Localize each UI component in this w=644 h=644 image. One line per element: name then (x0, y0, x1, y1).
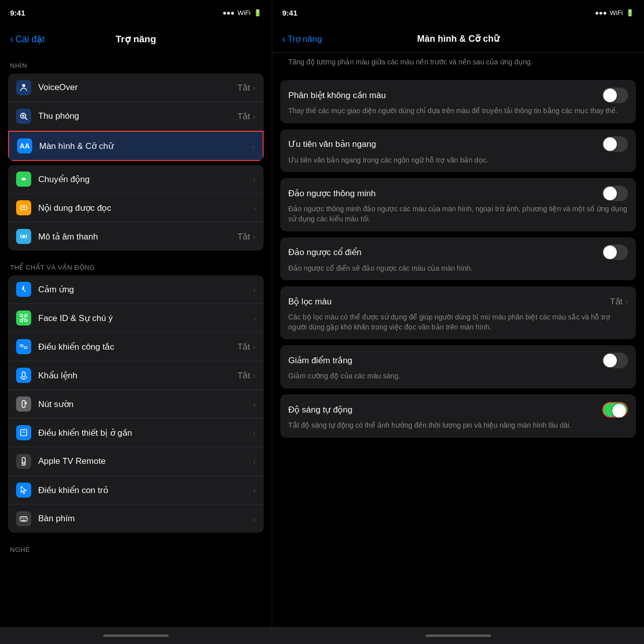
menu-nearby[interactable]: Điều khiển thiết bị ở gần › (8, 419, 264, 447)
setting-group-3: Đảo ngược thông minh Đảo ngược thông min… (280, 178, 636, 231)
right-home-indicator (426, 634, 491, 637)
menu-pointer[interactable]: Điều khiển con trỏ › (8, 476, 264, 505)
right-status-bar: 9:41 ●●● WiFi 🔋 (272, 0, 644, 25)
top-description: Tăng độ tương phản màu giữa các màu nền … (272, 53, 644, 74)
pointer-icon (16, 482, 31, 498)
chevron-icon: › (253, 314, 256, 323)
right-nav-title: Màn hình & Cỡ chữ (417, 33, 499, 44)
chevron-icon: › (253, 429, 256, 437)
chevron-icon: › (253, 371, 256, 380)
spoken-icon (16, 200, 31, 215)
chevron-icon: › (253, 285, 256, 294)
appletv-icon (16, 454, 31, 469)
chevron-icon: › (253, 232, 256, 241)
setting-uu-tien: Ưu tiên văn bản ngang Ưu tiên văn bản ng… (280, 129, 636, 173)
chevron-icon: › (253, 175, 256, 184)
chevron-icon: › (253, 112, 256, 121)
svg-point-12 (22, 316, 23, 317)
menu-touch[interactable]: Cảm ứng › (8, 275, 264, 304)
zoom-icon (16, 109, 31, 124)
svg-line-2 (25, 118, 27, 120)
svg-rect-20 (21, 430, 27, 436)
menu-spoken[interactable]: Nội dung được đọc › (8, 194, 264, 222)
switch-icon (16, 339, 31, 354)
menu-zoom[interactable]: Thu phóng Tắt › (8, 102, 264, 131)
home-indicator (103, 634, 169, 637)
menu-keyboard[interactable]: Bàn phím › (8, 505, 264, 533)
left-nav-title: Trợ năng (116, 33, 156, 45)
setting-group-7: Độ sáng tự động Tắt độ sáng tự động có t… (280, 394, 636, 438)
svg-point-7 (22, 235, 25, 238)
svg-rect-15 (24, 347, 27, 349)
chevron-icon: › (253, 486, 256, 495)
setting-phan-biet: Phân biệt không cần màu Thay thế các mục… (280, 80, 636, 123)
setting-group-5: Bộ lọc màu Tắt › Các bộ lọc màu có thể đ… (280, 286, 636, 339)
back-button[interactable]: ‹ Cài đặt (10, 33, 45, 45)
menu-motion[interactable]: Chuyển động › (8, 165, 264, 194)
chevron-icon: › (253, 400, 256, 409)
status-bar: 9:41 ●●● WiFi 🔋 (0, 0, 272, 25)
faceid-icon (16, 310, 31, 326)
svg-rect-8 (20, 314, 23, 316)
left-panel: 9:41 ●●● WiFi 🔋 ‹ Cài đặt Trợ năng NHÌN … (0, 0, 272, 644)
nhin-group: VoiceOver Tắt › Thu phóng Tắt › AA M (8, 73, 264, 161)
toggle-thumb (603, 246, 617, 259)
right-scroll-area: Tăng độ tương phản màu giữa các màu nền … (272, 53, 644, 644)
side-btn-icon (16, 396, 31, 412)
motion-icon (16, 172, 31, 187)
toggle-thumb (603, 187, 617, 200)
svg-rect-11 (25, 319, 27, 321)
menu-appletv[interactable]: Apple TV Remote › (8, 447, 264, 476)
right-panel: 9:41 ●●● WiFi 🔋 ‹ Trợ năng Màn hình & Cỡ… (272, 0, 644, 644)
voiceover-icon (16, 80, 31, 95)
menu-voiceover[interactable]: VoiceOver Tắt › (8, 73, 264, 102)
setting-group-6: Giảm điểm trắng Giảm cường độ của các mà… (280, 345, 636, 388)
audio-desc-icon (16, 229, 31, 244)
chevron-icon: › (253, 84, 256, 92)
svg-rect-14 (20, 345, 23, 347)
menu-voice[interactable]: Khẩu lệnh Tắt › (8, 361, 264, 390)
touch-icon (16, 282, 31, 297)
keyboard-icon (16, 511, 31, 526)
right-back-button[interactable]: ‹ Trợ năng (282, 33, 322, 45)
menu-audio-desc[interactable]: Mô tả âm thanh Tắt › (8, 222, 264, 251)
toggle-thumb (603, 89, 617, 102)
toggle-do-sang[interactable] (602, 402, 628, 418)
chevron-icon: › (253, 515, 256, 523)
svg-rect-18 (22, 400, 25, 408)
setting-group-2: Ưu tiên văn bản ngang Ưu tiên văn bản ng… (280, 129, 636, 173)
menu-faceid[interactable]: Face ID & Sự chú ý › (8, 304, 264, 333)
section-body: THỂ CHẤT VÀ VẬN ĐỘNG (0, 255, 272, 275)
setting-group-4: Đảo ngược cổ điển Đảo ngược cổ điển sẽ đ… (280, 237, 636, 281)
toggle-thumb (603, 137, 617, 151)
toggle-phan-biet[interactable] (602, 88, 628, 103)
chevron-icon: › (253, 457, 256, 466)
setting-dao-nguoc-cd: Đảo ngược cổ điển Đảo ngược cổ điển sẽ đ… (280, 237, 636, 281)
svg-point-22 (23, 462, 25, 464)
toggle-thumb (612, 404, 626, 418)
toggle-uu-tien[interactable] (602, 136, 628, 152)
section-nghe: NGHE (0, 537, 272, 557)
setting-group-1: Phân biệt không cần màu Thay thế các mục… (280, 80, 636, 123)
toggle-dao-nguoc-tm[interactable] (602, 186, 628, 201)
toggle-dao-nguoc-cd[interactable] (602, 245, 628, 260)
display-icon: AA (17, 138, 32, 153)
home-tab-bar (0, 627, 272, 644)
menu-side[interactable]: Nút sườn › (8, 390, 264, 419)
svg-point-13 (25, 316, 26, 317)
menu-display[interactable]: AA Màn hình & Cỡ chữ › (8, 131, 264, 161)
svg-rect-16 (22, 372, 25, 377)
right-home-tab-bar (272, 627, 644, 644)
chevron-icon: › (253, 343, 256, 351)
toggle-thumb (603, 354, 617, 367)
svg-rect-9 (25, 314, 27, 316)
svg-rect-23 (20, 517, 27, 521)
setting-do-sang: Độ sáng tự động Tắt độ sáng tự động có t… (280, 394, 636, 438)
setting-bo-loc[interactable]: Bộ lọc màu Tắt › Các bộ lọc màu có thể đ… (280, 286, 636, 339)
section-nhin: NHÌN (0, 53, 272, 73)
menu-switch[interactable]: Điều khiển công tắc Tắt › (8, 333, 264, 361)
toggle-giam-diem[interactable] (602, 353, 628, 368)
voice-icon (16, 368, 31, 383)
chevron-icon: › (252, 142, 255, 150)
svg-rect-10 (20, 319, 23, 321)
